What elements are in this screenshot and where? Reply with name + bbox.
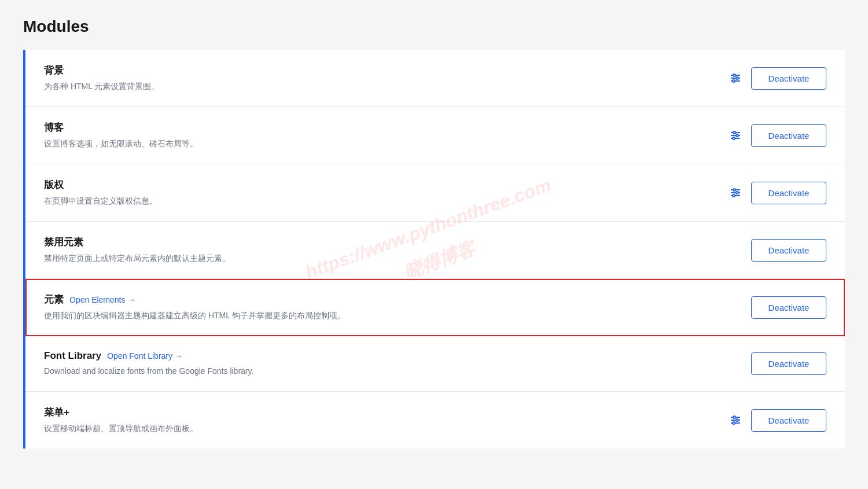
svg-point-14 <box>736 134 738 137</box>
svg-point-17 <box>733 137 735 139</box>
settings-icon[interactable] <box>729 186 742 199</box>
module-name: Font Library <box>44 350 101 362</box>
module-content: 禁用元素禁用特定页面上或特定布局元素内的默认主题元素。 <box>44 236 751 264</box>
module-row: 菜单+设置移动端标题、置顶导航或画布外面板。 Deactivate <box>25 392 845 448</box>
module-description: 使用我们的区块编辑器主题构建器建立高级的 HTML 钩子并掌握更多的布局控制项。 <box>44 310 751 322</box>
module-actions: Deactivate <box>729 67 826 90</box>
module-description: 设置博客选项，如无限滚动、砖石布局等。 <box>44 138 729 150</box>
module-content: Font LibraryOpen Font Library →Download … <box>44 350 751 377</box>
deactivate-button[interactable]: Deactivate <box>751 352 826 375</box>
module-actions: Deactivate <box>729 409 826 432</box>
page-title: Modules <box>23 17 845 36</box>
module-name: 博客 <box>44 121 64 134</box>
svg-point-5 <box>736 77 738 79</box>
module-description: 禁用特定页面上或特定布局元素内的默认主题元素。 <box>44 252 751 264</box>
svg-point-20 <box>733 189 735 191</box>
module-content: 背景为各种 HTML 元素设置背景图。 <box>44 64 729 93</box>
module-content: 菜单+设置移动端标题、置顶导航或画布外面板。 <box>44 406 729 435</box>
settings-icon[interactable] <box>729 129 742 142</box>
module-name: 禁用元素 <box>44 236 83 249</box>
deactivate-button[interactable]: Deactivate <box>751 409 826 432</box>
svg-point-11 <box>733 131 735 134</box>
module-name: 背景 <box>44 64 64 77</box>
svg-point-23 <box>736 192 738 194</box>
deactivate-button[interactable]: Deactivate <box>751 124 826 147</box>
module-actions: Deactivate <box>751 352 826 375</box>
module-actions: Deactivate <box>751 296 826 319</box>
module-content: 元素Open Elements →使用我们的区块编辑器主题构建器建立高级的 HT… <box>44 293 751 322</box>
settings-icon[interactable] <box>729 414 742 427</box>
module-description: Download and localize fonts from the Goo… <box>44 365 751 377</box>
module-actions: Deactivate <box>751 239 826 262</box>
deactivate-button[interactable]: Deactivate <box>751 67 826 90</box>
module-row: Font LibraryOpen Font Library →Download … <box>25 336 845 392</box>
module-name: 版权 <box>44 178 64 192</box>
module-row: 背景为各种 HTML 元素设置背景图。 Deactivate <box>25 50 845 107</box>
module-content: 博客设置博客选项，如无限滚动、砖石布局等。 <box>44 121 729 150</box>
svg-point-35 <box>733 422 735 424</box>
deactivate-button[interactable]: Deactivate <box>751 182 826 204</box>
svg-point-8 <box>733 80 735 82</box>
svg-point-29 <box>733 416 735 418</box>
module-row: 禁用元素禁用特定页面上或特定布局元素内的默认主题元素。Deactivate <box>25 222 845 279</box>
module-description: 在页脚中设置自定义版权信息。 <box>44 195 729 207</box>
svg-point-26 <box>733 194 735 197</box>
module-actions: Deactivate <box>729 124 826 147</box>
modules-list: 背景为各种 HTML 元素设置背景图。 Deactivate博客设置博客选项，如… <box>23 50 845 448</box>
module-description: 设置移动端标题、置顶导航或画布外面板。 <box>44 422 729 435</box>
deactivate-button[interactable]: Deactivate <box>751 296 826 319</box>
module-open-link[interactable]: Open Font Library → <box>107 351 183 361</box>
settings-icon[interactable] <box>729 72 742 84</box>
module-open-link[interactable]: Open Elements → <box>69 295 135 304</box>
module-description: 为各种 HTML 元素设置背景图。 <box>44 80 729 93</box>
module-row: 版权在页脚中设置自定义版权信息。 Deactivate <box>25 164 845 222</box>
module-actions: Deactivate <box>729 182 826 204</box>
module-row: 元素Open Elements →使用我们的区块编辑器主题构建器建立高级的 HT… <box>25 279 845 336</box>
deactivate-button[interactable]: Deactivate <box>751 239 826 262</box>
module-name: 菜单+ <box>44 406 69 419</box>
svg-point-32 <box>736 419 738 421</box>
svg-point-2 <box>733 74 735 76</box>
module-name: 元素 <box>44 293 64 306</box>
module-content: 版权在页脚中设置自定义版权信息。 <box>44 178 729 207</box>
module-row: 博客设置博客选项，如无限滚动、砖石布局等。 Deactivate <box>25 107 845 164</box>
